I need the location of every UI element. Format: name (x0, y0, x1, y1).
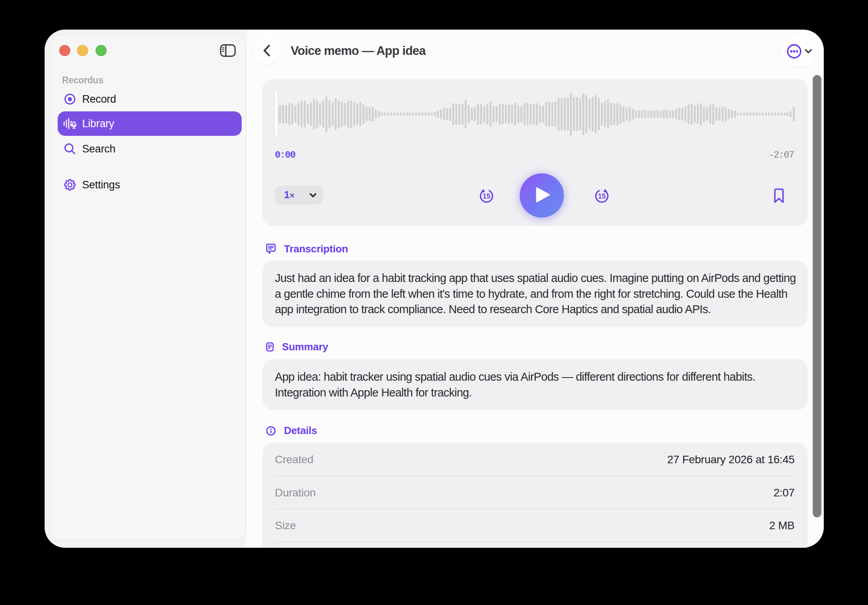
svg-text:15: 15 (483, 192, 490, 200)
svg-text:15: 15 (598, 192, 606, 200)
